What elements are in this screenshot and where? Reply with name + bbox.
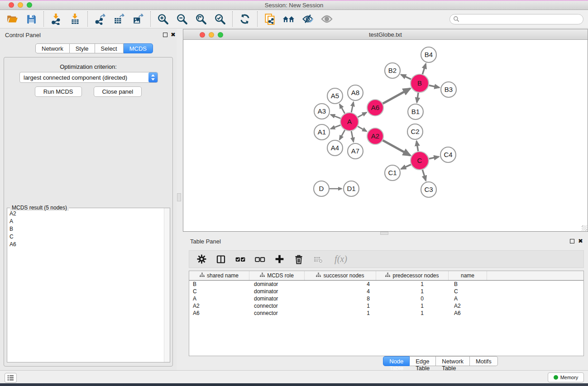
edge-B-B3[interactable] xyxy=(429,85,440,87)
tab-node-table[interactable]: Node Table xyxy=(383,356,410,366)
edge-A-A5[interactable] xyxy=(339,104,344,113)
mcds-list-scrollbar[interactable] xyxy=(164,208,170,362)
hide-selected-icon[interactable] xyxy=(300,11,316,27)
column-header-mcds-role[interactable]: MCDS role xyxy=(249,271,305,280)
show-all-icon[interactable] xyxy=(319,11,335,27)
criterion-select[interactable]: largest connected component (directed) xyxy=(19,72,158,83)
mcds-result-item[interactable]: C xyxy=(8,233,163,240)
column-header-predecessor-nodes[interactable]: predecessor nodes xyxy=(376,271,449,280)
network-canvas[interactable]: AA1A2A3A4A5A6A7A8BB1B2B3B4CC1C2C3C4DD1 xyxy=(183,40,588,232)
edge-A-A8[interactable] xyxy=(351,102,354,113)
node-B[interactable]: B xyxy=(411,74,429,92)
table-row[interactable]: A2connector11A2 xyxy=(189,302,583,310)
search-input[interactable] xyxy=(449,14,583,24)
table-close-panel-icon[interactable]: ✖ xyxy=(578,238,583,244)
edge-A-A7[interactable] xyxy=(351,131,354,142)
edge-C-C3[interactable] xyxy=(422,170,425,181)
edge-B-B4[interactable] xyxy=(422,64,425,74)
edge-A-A1[interactable] xyxy=(331,125,341,129)
node-B3[interactable]: B3 xyxy=(441,82,456,97)
zoom-in-icon[interactable] xyxy=(155,11,171,27)
mcds-result-item[interactable]: A6 xyxy=(8,240,163,248)
edge-C-C2[interactable] xyxy=(416,141,418,152)
new-network-from-selection-icon[interactable] xyxy=(262,11,278,27)
table-float-panel-icon[interactable] xyxy=(570,239,574,243)
vertical-splitter[interactable] xyxy=(177,29,183,370)
node-A8[interactable]: A8 xyxy=(348,85,363,100)
network-window-titlebar[interactable]: testGlobe.txt xyxy=(183,29,588,40)
window-resize-grip[interactable] xyxy=(582,225,587,231)
export-network-icon[interactable] xyxy=(92,11,108,27)
node-C3[interactable]: C3 xyxy=(421,182,436,197)
edge-A-A3[interactable] xyxy=(331,114,341,118)
mcds-result-item[interactable]: A2 xyxy=(8,210,163,217)
edge-B-B2[interactable] xyxy=(401,75,411,79)
edge-B-B1[interactable] xyxy=(417,93,418,102)
first-neighbors-icon[interactable] xyxy=(281,11,297,27)
column-header-name[interactable]: name xyxy=(449,271,487,280)
refresh-layout-icon[interactable] xyxy=(237,11,253,27)
node-C[interactable]: C xyxy=(411,152,429,170)
edge-A6-B[interactable] xyxy=(383,89,410,104)
splitter-handle[interactable] xyxy=(177,193,181,201)
node-B1[interactable]: B1 xyxy=(408,104,423,119)
tab-motifs[interactable]: Motifs xyxy=(470,356,498,366)
tab-network-table[interactable]: Network Table xyxy=(436,356,470,366)
table-settings-icon[interactable] xyxy=(195,253,208,266)
open-file-icon[interactable] xyxy=(4,11,20,27)
select-all-columns-icon[interactable] xyxy=(234,253,247,266)
node-B2[interactable]: B2 xyxy=(385,63,400,78)
edge-A2-C[interactable] xyxy=(383,140,410,155)
import-table-icon[interactable] xyxy=(67,11,83,27)
node-C4[interactable]: C4 xyxy=(440,147,456,162)
edge-A-A6[interactable] xyxy=(358,113,366,117)
zoom-selected-icon[interactable] xyxy=(212,11,228,27)
close-panel-icon[interactable]: ✖ xyxy=(171,31,176,38)
table-row[interactable]: Bdominator41B xyxy=(189,281,583,288)
mcds-result-item[interactable]: B xyxy=(8,225,163,233)
close-panel-button[interactable]: Close panel xyxy=(94,86,142,97)
table-row[interactable]: A6connector11A6 xyxy=(189,310,583,317)
node-A1[interactable]: A1 xyxy=(314,124,330,140)
save-session-icon[interactable] xyxy=(23,11,39,27)
run-mcds-button[interactable]: Run MCDS xyxy=(35,86,82,97)
zoom-out-icon[interactable] xyxy=(174,11,190,27)
import-network-icon[interactable] xyxy=(48,11,64,27)
node-C1[interactable]: C1 xyxy=(385,165,400,181)
node-C2[interactable]: C2 xyxy=(407,124,423,139)
memory-button[interactable]: Memory xyxy=(548,372,584,382)
tab-style[interactable]: Style xyxy=(70,43,95,53)
edge-A-A2[interactable] xyxy=(358,126,367,131)
node-A[interactable]: A xyxy=(340,113,359,131)
column-layout-icon[interactable] xyxy=(214,253,228,266)
table-row[interactable]: Cdominator41C xyxy=(189,288,583,295)
node-A3[interactable]: A3 xyxy=(314,104,330,119)
edge-C-C4[interactable] xyxy=(429,157,439,159)
node-A6[interactable]: A6 xyxy=(367,100,383,116)
export-image-icon[interactable] xyxy=(130,11,146,27)
edge-A-A4[interactable] xyxy=(339,130,345,139)
edge-C-C1[interactable] xyxy=(401,165,411,169)
zoom-fit-icon[interactable] xyxy=(193,11,209,27)
node-D[interactable]: D xyxy=(314,181,329,196)
tab-edge-table[interactable]: Edge Table xyxy=(410,356,436,366)
task-history-button[interactable] xyxy=(5,373,17,383)
table-row[interactable]: Adominator80A xyxy=(189,295,583,302)
tab-network[interactable]: Network xyxy=(35,43,70,53)
export-table-icon[interactable] xyxy=(111,11,127,27)
column-header-shared-name[interactable]: shared name xyxy=(189,271,249,280)
node-B4[interactable]: B4 xyxy=(421,47,436,62)
node-A4[interactable]: A4 xyxy=(327,140,343,156)
node-D1[interactable]: D1 xyxy=(344,181,359,196)
add-column-icon[interactable] xyxy=(272,253,286,266)
column-header-successor-nodes[interactable]: successor nodes xyxy=(305,271,376,280)
deselect-all-columns-icon[interactable] xyxy=(253,253,267,266)
node-A7[interactable]: A7 xyxy=(348,143,363,159)
delete-column-icon[interactable] xyxy=(292,253,306,266)
tab-mcds[interactable]: MCDS xyxy=(124,43,153,53)
tab-select[interactable]: Select xyxy=(95,43,124,53)
float-panel-icon[interactable] xyxy=(163,33,167,37)
mcds-result-item[interactable]: A xyxy=(8,217,163,225)
node-A2[interactable]: A2 xyxy=(367,128,383,144)
node-A5[interactable]: A5 xyxy=(327,88,343,104)
